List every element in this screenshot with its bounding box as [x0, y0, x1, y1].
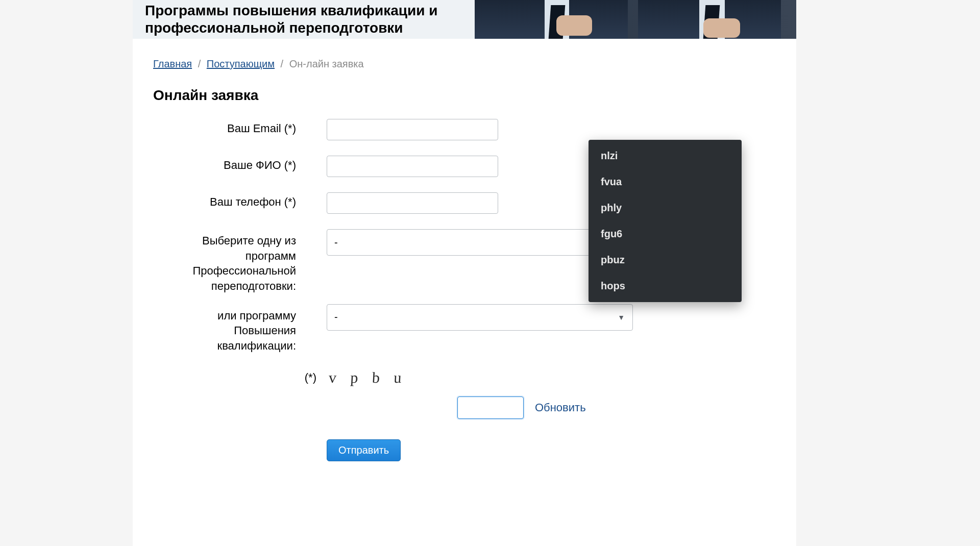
program2-value: - — [334, 311, 338, 323]
header-banner: Программы повышения квалификации и профе… — [133, 0, 796, 39]
program1-value: - — [334, 237, 338, 249]
captcha-image: v p b u — [326, 369, 407, 386]
program1-label: Выберите одну из программ Профессиональн… — [133, 229, 327, 294]
program2-label: или программу Повышения квалификации: — [133, 304, 327, 354]
fio-label: Ваше ФИО (*) — [133, 156, 327, 173]
program1-select[interactable]: - — [327, 229, 633, 256]
breadcrumb-current: Он-лайн заявка — [289, 58, 364, 69]
breadcrumb: Главная / Поступающим / Он-лайн заявка — [133, 39, 796, 75]
breadcrumb-home[interactable]: Главная — [153, 58, 192, 69]
breadcrumb-sep: / — [278, 58, 287, 69]
captcha-refresh-link[interactable]: Обновить — [535, 401, 586, 414]
email-label: Ваш Email (*) — [133, 119, 327, 136]
breadcrumb-sep: / — [195, 58, 204, 69]
banner-photo — [449, 0, 796, 39]
breadcrumb-applicants[interactable]: Поступающим — [207, 58, 275, 69]
autocomplete-item[interactable]: fvua — [589, 169, 742, 195]
autocomplete-item[interactable]: hops — [589, 273, 742, 299]
fio-input[interactable] — [327, 156, 498, 177]
autocomplete-item[interactable]: fgu6 — [589, 221, 742, 247]
phone-input[interactable] — [327, 192, 498, 214]
program2-select[interactable]: - — [327, 304, 633, 331]
phone-label: Ваш телефон (*) — [133, 192, 327, 210]
captcha-label: (*) — [133, 371, 327, 384]
autocomplete-item[interactable]: pbuz — [589, 247, 742, 273]
chevron-down-icon: ▼ — [618, 313, 625, 321]
autocomplete-item[interactable]: phly — [589, 195, 742, 221]
autocomplete-item[interactable]: nlzi — [589, 143, 742, 169]
banner-title: Программы повышения квалификации и профе… — [145, 2, 472, 36]
page-title: Онлайн заявка — [133, 75, 796, 119]
autocomplete-dropdown: nlzi fvua phly fgu6 pbuz hops — [589, 140, 742, 302]
email-input[interactable] — [327, 119, 498, 140]
submit-button[interactable]: Отправить — [327, 439, 401, 461]
captcha-input[interactable] — [457, 396, 524, 419]
